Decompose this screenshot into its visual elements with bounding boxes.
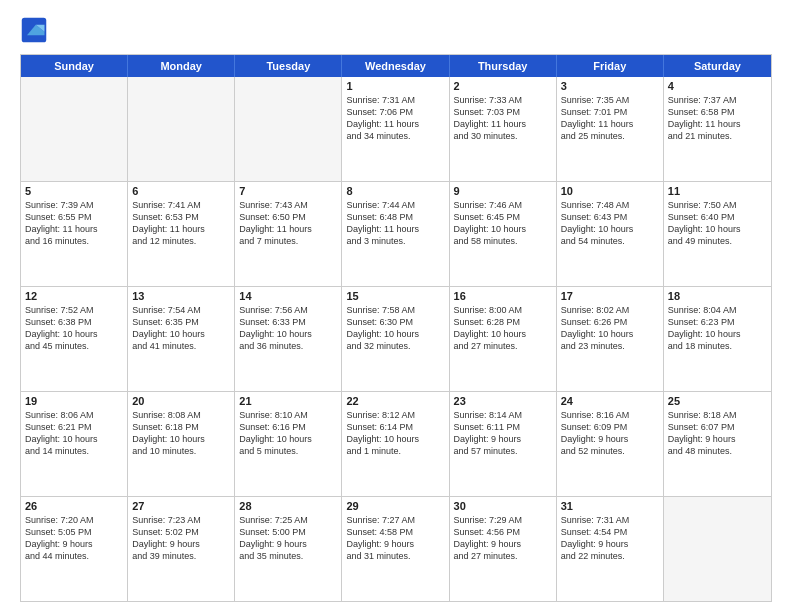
cell-info: Sunrise: 7:35 AM Sunset: 7:01 PM Dayligh… [561,94,659,143]
header-cell-thursday: Thursday [450,55,557,77]
header [20,16,772,44]
cell-date: 14 [239,290,337,302]
calendar-cell [128,77,235,181]
calendar-cell: 1Sunrise: 7:31 AM Sunset: 7:06 PM Daylig… [342,77,449,181]
cell-date: 6 [132,185,230,197]
calendar-cell: 16Sunrise: 8:00 AM Sunset: 6:28 PM Dayli… [450,287,557,391]
cell-info: Sunrise: 8:02 AM Sunset: 6:26 PM Dayligh… [561,304,659,353]
cell-info: Sunrise: 7:41 AM Sunset: 6:53 PM Dayligh… [132,199,230,248]
calendar-cell: 11Sunrise: 7:50 AM Sunset: 6:40 PM Dayli… [664,182,771,286]
calendar-row-2: 12Sunrise: 7:52 AM Sunset: 6:38 PM Dayli… [21,286,771,391]
logo [20,16,52,44]
cell-info: Sunrise: 8:06 AM Sunset: 6:21 PM Dayligh… [25,409,123,458]
calendar-cell: 6Sunrise: 7:41 AM Sunset: 6:53 PM Daylig… [128,182,235,286]
calendar-cell [235,77,342,181]
cell-date: 30 [454,500,552,512]
calendar-cell [21,77,128,181]
cell-info: Sunrise: 7:31 AM Sunset: 7:06 PM Dayligh… [346,94,444,143]
cell-date: 28 [239,500,337,512]
cell-info: Sunrise: 7:54 AM Sunset: 6:35 PM Dayligh… [132,304,230,353]
calendar-cell: 12Sunrise: 7:52 AM Sunset: 6:38 PM Dayli… [21,287,128,391]
cell-date: 3 [561,80,659,92]
cell-date: 10 [561,185,659,197]
cell-date: 22 [346,395,444,407]
cell-info: Sunrise: 7:48 AM Sunset: 6:43 PM Dayligh… [561,199,659,248]
cell-info: Sunrise: 8:08 AM Sunset: 6:18 PM Dayligh… [132,409,230,458]
calendar-cell: 5Sunrise: 7:39 AM Sunset: 6:55 PM Daylig… [21,182,128,286]
cell-info: Sunrise: 8:14 AM Sunset: 6:11 PM Dayligh… [454,409,552,458]
cell-info: Sunrise: 8:12 AM Sunset: 6:14 PM Dayligh… [346,409,444,458]
header-cell-saturday: Saturday [664,55,771,77]
header-cell-monday: Monday [128,55,235,77]
cell-date: 2 [454,80,552,92]
calendar-cell: 28Sunrise: 7:25 AM Sunset: 5:00 PM Dayli… [235,497,342,601]
cell-date: 4 [668,80,767,92]
header-cell-sunday: Sunday [21,55,128,77]
cell-info: Sunrise: 8:10 AM Sunset: 6:16 PM Dayligh… [239,409,337,458]
cell-date: 31 [561,500,659,512]
cell-date: 12 [25,290,123,302]
cell-date: 5 [25,185,123,197]
calendar-row-4: 26Sunrise: 7:20 AM Sunset: 5:05 PM Dayli… [21,496,771,601]
cell-info: Sunrise: 7:27 AM Sunset: 4:58 PM Dayligh… [346,514,444,563]
cell-info: Sunrise: 7:31 AM Sunset: 4:54 PM Dayligh… [561,514,659,563]
cell-info: Sunrise: 7:37 AM Sunset: 6:58 PM Dayligh… [668,94,767,143]
cell-date: 18 [668,290,767,302]
cell-info: Sunrise: 7:29 AM Sunset: 4:56 PM Dayligh… [454,514,552,563]
header-cell-friday: Friday [557,55,664,77]
calendar-row-1: 5Sunrise: 7:39 AM Sunset: 6:55 PM Daylig… [21,181,771,286]
calendar-cell: 4Sunrise: 7:37 AM Sunset: 6:58 PM Daylig… [664,77,771,181]
cell-info: Sunrise: 7:25 AM Sunset: 5:00 PM Dayligh… [239,514,337,563]
cell-date: 16 [454,290,552,302]
cell-info: Sunrise: 7:44 AM Sunset: 6:48 PM Dayligh… [346,199,444,248]
cell-info: Sunrise: 7:58 AM Sunset: 6:30 PM Dayligh… [346,304,444,353]
cell-info: Sunrise: 8:18 AM Sunset: 6:07 PM Dayligh… [668,409,767,458]
calendar-cell [664,497,771,601]
calendar-cell: 10Sunrise: 7:48 AM Sunset: 6:43 PM Dayli… [557,182,664,286]
calendar-cell: 13Sunrise: 7:54 AM Sunset: 6:35 PM Dayli… [128,287,235,391]
cell-info: Sunrise: 7:52 AM Sunset: 6:38 PM Dayligh… [25,304,123,353]
cell-info: Sunrise: 7:33 AM Sunset: 7:03 PM Dayligh… [454,94,552,143]
calendar-cell: 3Sunrise: 7:35 AM Sunset: 7:01 PM Daylig… [557,77,664,181]
cell-date: 13 [132,290,230,302]
calendar-cell: 24Sunrise: 8:16 AM Sunset: 6:09 PM Dayli… [557,392,664,496]
cell-info: Sunrise: 7:46 AM Sunset: 6:45 PM Dayligh… [454,199,552,248]
cell-info: Sunrise: 7:56 AM Sunset: 6:33 PM Dayligh… [239,304,337,353]
cell-date: 23 [454,395,552,407]
cell-date: 29 [346,500,444,512]
calendar-header-row: SundayMondayTuesdayWednesdayThursdayFrid… [21,55,771,77]
cell-date: 27 [132,500,230,512]
cell-date: 20 [132,395,230,407]
calendar-row-3: 19Sunrise: 8:06 AM Sunset: 6:21 PM Dayli… [21,391,771,496]
calendar-cell: 14Sunrise: 7:56 AM Sunset: 6:33 PM Dayli… [235,287,342,391]
cell-date: 7 [239,185,337,197]
calendar-cell: 29Sunrise: 7:27 AM Sunset: 4:58 PM Dayli… [342,497,449,601]
cell-date: 19 [25,395,123,407]
cell-date: 24 [561,395,659,407]
cell-date: 9 [454,185,552,197]
calendar-cell: 17Sunrise: 8:02 AM Sunset: 6:26 PM Dayli… [557,287,664,391]
calendar-cell: 2Sunrise: 7:33 AM Sunset: 7:03 PM Daylig… [450,77,557,181]
cell-date: 1 [346,80,444,92]
cell-date: 25 [668,395,767,407]
header-cell-tuesday: Tuesday [235,55,342,77]
cell-info: Sunrise: 7:20 AM Sunset: 5:05 PM Dayligh… [25,514,123,563]
calendar-cell: 19Sunrise: 8:06 AM Sunset: 6:21 PM Dayli… [21,392,128,496]
calendar-cell: 8Sunrise: 7:44 AM Sunset: 6:48 PM Daylig… [342,182,449,286]
cell-info: Sunrise: 7:23 AM Sunset: 5:02 PM Dayligh… [132,514,230,563]
header-cell-wednesday: Wednesday [342,55,449,77]
cell-date: 21 [239,395,337,407]
calendar-cell: 9Sunrise: 7:46 AM Sunset: 6:45 PM Daylig… [450,182,557,286]
calendar-cell: 21Sunrise: 8:10 AM Sunset: 6:16 PM Dayli… [235,392,342,496]
calendar-cell: 22Sunrise: 8:12 AM Sunset: 6:14 PM Dayli… [342,392,449,496]
cell-date: 17 [561,290,659,302]
calendar-cell: 31Sunrise: 7:31 AM Sunset: 4:54 PM Dayli… [557,497,664,601]
cell-date: 11 [668,185,767,197]
calendar-cell: 30Sunrise: 7:29 AM Sunset: 4:56 PM Dayli… [450,497,557,601]
calendar-cell: 25Sunrise: 8:18 AM Sunset: 6:07 PM Dayli… [664,392,771,496]
logo-icon [20,16,48,44]
calendar-row-0: 1Sunrise: 7:31 AM Sunset: 7:06 PM Daylig… [21,77,771,181]
cell-date: 26 [25,500,123,512]
calendar-cell: 7Sunrise: 7:43 AM Sunset: 6:50 PM Daylig… [235,182,342,286]
calendar-cell: 23Sunrise: 8:14 AM Sunset: 6:11 PM Dayli… [450,392,557,496]
